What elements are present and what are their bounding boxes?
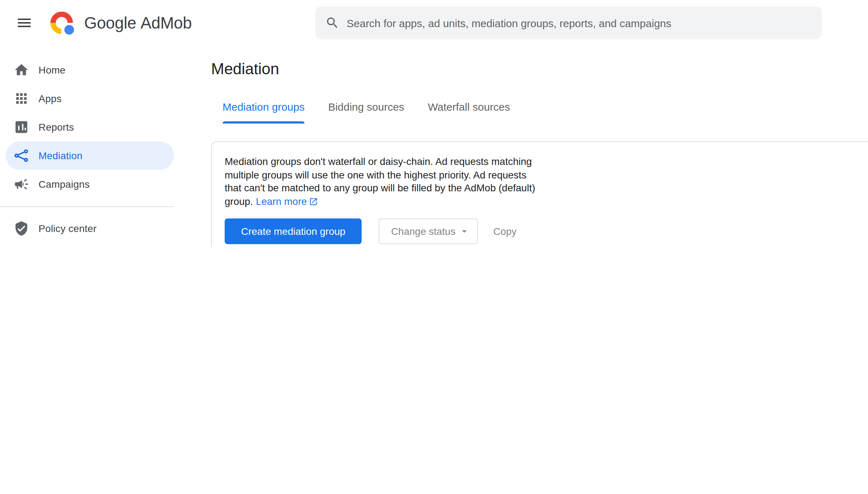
create-mediation-group-button[interactable]: Create mediation group [225, 218, 362, 244]
actions-row: Create mediation group Change status Cop… [225, 218, 868, 244]
sidebar-nav: Home Apps Reports Mediation Campaigns Po… [0, 46, 183, 247]
tab-bidding-sources[interactable]: Bidding sources [328, 100, 404, 123]
learn-more-label: Learn more [256, 195, 307, 207]
product-name: AdMob [141, 13, 192, 32]
chevron-down-icon [458, 226, 470, 237]
sidebar-item-label: Reports [39, 121, 74, 133]
sidebar-item-label: Home [39, 64, 66, 76]
admob-logo[interactable]: GoogleAdMob [50, 10, 192, 36]
page-title: Mediation [211, 59, 868, 80]
external-link-icon [309, 197, 318, 206]
policy-center-icon [13, 220, 30, 237]
apps-icon [13, 90, 30, 107]
home-icon [13, 61, 30, 79]
tab-waterfall-sources[interactable]: Waterfall sources [428, 100, 510, 123]
mediation-icon [13, 147, 30, 164]
sidebar-item-label: Campaigns [39, 178, 90, 190]
hamburger-icon [16, 14, 33, 31]
search-bar[interactable] [315, 6, 822, 39]
sidebar-item-policy-center[interactable]: Policy center [6, 214, 174, 243]
copy-button[interactable]: Copy [487, 226, 522, 237]
search-icon [325, 16, 339, 30]
sidebar-item-mediation[interactable]: Mediation [6, 141, 174, 170]
reports-icon [13, 119, 30, 136]
sidebar-item-label: Mediation [39, 150, 82, 161]
change-status-button[interactable]: Change status [379, 218, 478, 244]
admob-app: GoogleAdMob Home Apps Reports Mediation … [0, 0, 868, 247]
hamburger-menu-button[interactable] [10, 9, 39, 37]
sidebar-item-apps[interactable]: Apps [6, 84, 174, 113]
sidebar-item-label: Policy center [39, 223, 97, 234]
brand-name: Google [84, 13, 136, 32]
sidebar-item-privacy-messaging[interactable]: Privacy & messaging [6, 243, 174, 247]
card-description: Mediation groups don't waterfall or dais… [225, 155, 868, 208]
sidebar-item-campaigns[interactable]: Campaigns [6, 170, 174, 198]
change-status-label: Change status [391, 226, 456, 237]
sidebar-item-label: Apps [39, 93, 62, 104]
mediation-groups-card: Mediation groups don't waterfall or dais… [211, 141, 868, 247]
tab-mediation-groups[interactable]: Mediation groups [223, 100, 305, 123]
sidebar-divider [0, 206, 174, 207]
tab-bar: Mediation groups Bidding sources Waterfa… [211, 100, 868, 123]
learn-more-link[interactable]: Learn more [256, 195, 318, 207]
sidebar-item-home[interactable]: Home [6, 56, 174, 84]
sidebar-item-reports[interactable]: Reports [6, 113, 174, 141]
search-input[interactable] [347, 17, 810, 29]
admob-logo-icon [50, 10, 76, 36]
top-app-bar: GoogleAdMob [0, 0, 868, 46]
campaigns-icon [13, 176, 30, 193]
main-content: Mediation Mediation groups Bidding sourc… [183, 46, 868, 247]
logo-text: GoogleAdMob [84, 13, 192, 32]
